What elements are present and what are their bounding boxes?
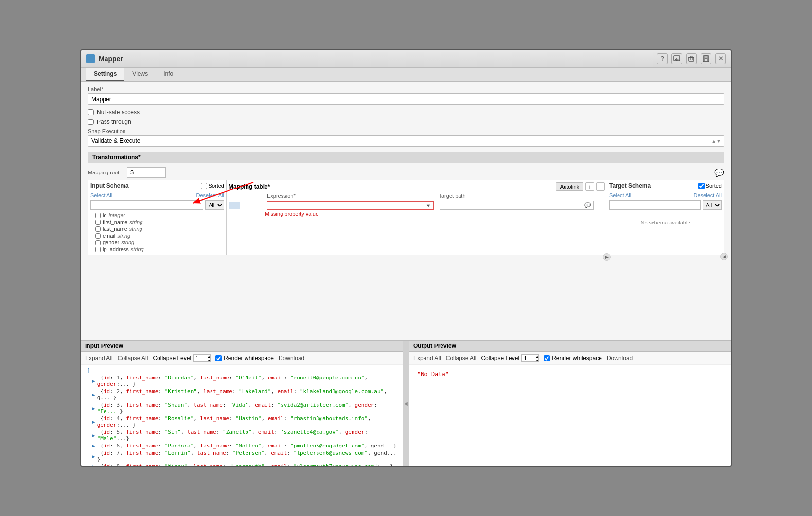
input-schema-sorted-checkbox[interactable]: [201, 183, 207, 189]
null-safe-checkbox[interactable]: [88, 109, 94, 115]
autolink-button[interactable]: Autolink: [556, 182, 583, 191]
output-collapse-level-down[interactable]: ▼: [535, 358, 539, 362]
target-path-input[interactable]: [440, 202, 583, 209]
snap-exec-select[interactable]: Validate & Execute Execute only Validate…: [88, 135, 724, 147]
schema-field-first-name-checkbox[interactable]: [95, 220, 101, 225]
array-bracket[interactable]: [: [87, 367, 90, 374]
list-item: ▶ {id: 2, first_name: "Kristien", last_n…: [85, 388, 399, 401]
output-collapse-level-up[interactable]: ▲: [535, 354, 539, 358]
target-schema-deselect-all[interactable]: Deselect All: [694, 192, 722, 198]
output-no-data: "No Data": [413, 367, 727, 381]
mapping-root-label: Mapping root: [88, 170, 119, 175]
expression-input-wrapper: ▼: [267, 201, 434, 210]
schema-field-email-checkbox[interactable]: [95, 233, 101, 239]
schema-field-gender: gender string: [90, 239, 224, 246]
pass-through-label: Pass through: [97, 119, 131, 125]
target-schema-panel: Target Schema Sorted Select All Deselect…: [607, 180, 724, 255]
expression-dropdown-button[interactable]: ▼: [424, 202, 433, 209]
label-input[interactable]: [88, 93, 724, 105]
row-expand-1[interactable]: ▶: [92, 378, 95, 384]
tab-info[interactable]: Info: [156, 68, 181, 81]
mapping-table-toolbar: Autolink + −: [556, 182, 605, 191]
delete-button[interactable]: [686, 53, 697, 64]
expression-row: — ▼ 💬 —: [229, 201, 605, 210]
row-expand-5[interactable]: ▶: [92, 432, 95, 439]
close-button[interactable]: ✕: [715, 53, 726, 64]
schema-field-id-checkbox[interactable]: [95, 213, 101, 218]
target-schema-filter-select[interactable]: All: [703, 200, 722, 210]
three-columns: Input Schema Sorted Select All Deselect …: [88, 180, 724, 255]
mapping-table-header: Mapping table* Autolink + −: [229, 182, 605, 191]
target-schema-filter: All: [609, 200, 722, 210]
expression-type-button[interactable]: —: [229, 202, 240, 209]
save-button[interactable]: [701, 53, 711, 64]
output-collapse-all[interactable]: Collapse All: [446, 355, 477, 361]
input-expand-all[interactable]: Expand All: [85, 355, 113, 361]
output-render-whitespace-checkbox[interactable]: [544, 355, 550, 361]
input-preview-header: Input Preview: [81, 341, 403, 352]
input-preview-toolbar: Expand All Collapse All Collapse Level ▲…: [81, 352, 403, 365]
row-expand-8[interactable]: ▶: [92, 464, 95, 466]
collapse-level-up[interactable]: ▲: [207, 354, 211, 358]
row-expand-2[interactable]: ▶: [92, 392, 95, 398]
tab-settings[interactable]: Settings: [86, 68, 124, 81]
svg-rect-8: [705, 56, 707, 58]
mapping-root-input[interactable]: [127, 167, 166, 178]
input-schema-filter-select[interactable]: All: [205, 200, 224, 210]
list-item: [: [85, 367, 399, 374]
target-schema-filter-input[interactable]: [609, 200, 701, 210]
input-schema-sorted-label: Sorted: [209, 183, 224, 189]
schema-field-first-name: first_name string: [90, 219, 224, 225]
preview-area: Input Preview Expand All Collapse All Co…: [81, 340, 731, 466]
target-schema-title: Target Schema: [609, 182, 651, 189]
target-remove-button[interactable]: —: [595, 201, 605, 210]
row-expand-6[interactable]: ▶: [92, 443, 95, 449]
pass-through-row: Pass through: [88, 119, 724, 125]
help-button[interactable]: ?: [657, 53, 668, 64]
schema-field-ip-address-checkbox[interactable]: [95, 247, 101, 252]
mapping-table-collapse-handle[interactable]: ▶: [603, 253, 611, 261]
schema-field-gender-checkbox[interactable]: [95, 240, 101, 245]
target-schema-no-schema: No schema available: [609, 220, 722, 225]
snap-exec-group: Snap Execution Validate & Execute Execut…: [88, 128, 724, 147]
input-collapse-level-label: Collapse Level: [153, 355, 191, 361]
mapping-root-area: Mapping root 💬: [88, 167, 724, 178]
input-schema-header: Input Schema Sorted: [90, 182, 224, 190]
output-preview-header: Output Preview: [409, 341, 731, 352]
input-schema-deselect-all[interactable]: Deselect All: [196, 192, 224, 198]
expression-input[interactable]: [267, 202, 424, 209]
input-preview-panel: Input Preview Expand All Collapse All Co…: [81, 341, 403, 466]
mapping-table-panel: Mapping table* Autolink + − Expression* …: [227, 180, 607, 255]
snap-exec-label: Snap Execution: [88, 128, 724, 134]
row-expand-7[interactable]: ▶: [92, 453, 95, 460]
label-group: Label*: [88, 86, 724, 105]
remove-mapping-button[interactable]: −: [596, 182, 605, 191]
input-render-whitespace-checkbox[interactable]: [215, 355, 222, 361]
input-render-whitespace-label: Render whitespace: [224, 355, 274, 361]
preview-splitter[interactable]: [403, 341, 409, 466]
output-expand-all[interactable]: Expand All: [413, 355, 441, 361]
mapping-root-comment-icon[interactable]: 💬: [714, 168, 724, 177]
input-schema-panel: Input Schema Sorted Select All Deselect …: [88, 180, 227, 255]
input-schema-select-all[interactable]: Select All: [90, 192, 112, 198]
output-download-link[interactable]: Download: [607, 355, 633, 361]
pass-through-checkbox[interactable]: [88, 119, 94, 125]
target-schema-sorted-checkbox[interactable]: [698, 183, 705, 189]
add-mapping-button[interactable]: +: [585, 182, 594, 191]
schema-field-last-name-checkbox[interactable]: [95, 226, 101, 232]
list-item: ▶ {id: 7, first_name: "Lorrin", last_nam…: [85, 449, 399, 463]
row-expand-3[interactable]: ▶: [92, 405, 95, 412]
output-preview-toolbar: Expand All Collapse All Collapse Level ▲…: [409, 352, 731, 365]
collapse-level-down[interactable]: ▼: [207, 358, 211, 362]
input-collapse-all[interactable]: Collapse All: [118, 355, 148, 361]
main-window: Mapper ? ✕ Settings Views Info Label*: [80, 49, 732, 467]
input-schema-filter-input[interactable]: [90, 200, 203, 210]
tab-views[interactable]: Views: [124, 68, 156, 81]
input-download-link[interactable]: Download: [279, 355, 304, 361]
output-collapse-level-group: Collapse Level ▲ ▼: [481, 354, 539, 362]
expression-col-header: Expression*: [267, 193, 433, 199]
input-schema-collapse-handle[interactable]: ◀: [720, 253, 728, 260]
target-schema-select-all[interactable]: Select All: [609, 192, 631, 198]
export-button[interactable]: [671, 53, 682, 64]
row-expand-4[interactable]: ▶: [92, 419, 95, 425]
